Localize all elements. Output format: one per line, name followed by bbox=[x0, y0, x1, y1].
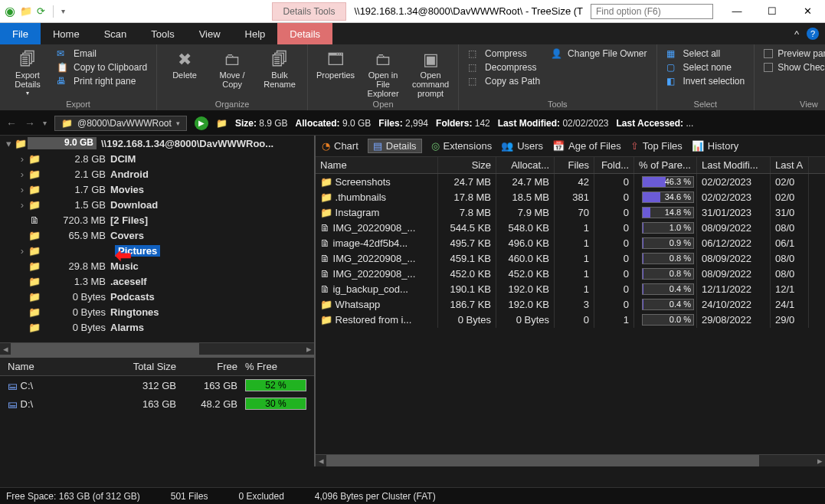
compress-button[interactable]: ⬚Compress bbox=[465, 47, 543, 60]
show-checkboxes-check[interactable]: Show Checkboxes bbox=[761, 61, 825, 74]
col-modified[interactable]: Last Modifi... bbox=[697, 157, 771, 173]
copy-clipboard-button[interactable]: 📋Copy to Clipboard bbox=[54, 61, 150, 74]
menu-tools[interactable]: Tools bbox=[139, 23, 186, 44]
col-size[interactable]: Size bbox=[438, 157, 496, 173]
qat-dropdown-icon[interactable]: ▾ bbox=[61, 7, 65, 15]
tab-age[interactable]: 📅Age of Files bbox=[552, 140, 621, 152]
pct-bar: 0.4 % bbox=[642, 283, 694, 295]
drv-hdr-name[interactable]: Name bbox=[0, 361, 115, 372]
tree-item[interactable]: 📁0 BytesPodcasts bbox=[0, 289, 314, 304]
drv-hdr-total[interactable]: Total Size bbox=[115, 361, 184, 372]
expand-icon[interactable]: › bbox=[17, 199, 28, 211]
tab-chart[interactable]: ◔Chart bbox=[322, 140, 358, 152]
select-all-button[interactable]: ▦Select all bbox=[663, 47, 748, 60]
col-alloc[interactable]: Allocat... bbox=[496, 157, 555, 173]
grid-row[interactable]: 🗎 ig_backup_cod...190.1 KB192.0 KB100.4 … bbox=[316, 281, 825, 296]
col-pct[interactable]: % of Pare... bbox=[634, 157, 697, 173]
tree-root[interactable]: ▾ 📁 9.0 GB \\192.168.1.34@8000\DavWWWRoo… bbox=[0, 136, 314, 151]
grid-row[interactable]: 📁 Whatsapp186.7 KB192.0 KB300.4 %24/10/2… bbox=[316, 296, 825, 312]
collapse-icon[interactable]: ▾ bbox=[3, 138, 14, 149]
drv-hdr-free[interactable]: Free bbox=[184, 361, 245, 372]
tree-item[interactable]: 📁0 BytesRingtones bbox=[0, 304, 314, 319]
menu-view[interactable]: View bbox=[187, 23, 233, 44]
properties-button[interactable]: 🗔Properties bbox=[314, 47, 357, 98]
decompress-button[interactable]: ⬚Decompress bbox=[465, 61, 543, 74]
file-icon: 🗎 bbox=[320, 268, 330, 280]
col-files[interactable]: Files bbox=[555, 157, 594, 173]
nav-back-icon[interactable]: ← bbox=[6, 117, 17, 129]
menu-scan[interactable]: Scan bbox=[92, 23, 139, 44]
tab-details[interactable]: ▤Details bbox=[368, 139, 422, 153]
tab-top[interactable]: ⇧Top Files bbox=[630, 140, 683, 152]
drv-hdr-pct[interactable]: % Free bbox=[245, 361, 306, 372]
change-owner-button[interactable]: 👤Change File Owner bbox=[548, 47, 650, 60]
expand-icon[interactable]: › bbox=[17, 184, 28, 195]
menu-details[interactable]: Details bbox=[277, 23, 332, 44]
tree-item[interactable]: 📁29.8 MBMusic bbox=[0, 258, 314, 273]
grid-row[interactable]: 📁 .thumbnails17.8 MB18.5 MB381034.6 %02/… bbox=[316, 189, 825, 205]
window-close-button[interactable]: ✕ bbox=[790, 0, 825, 23]
col-name[interactable]: Name bbox=[316, 157, 438, 173]
export-details-button[interactable]: 🗐 Export Details▾ bbox=[6, 47, 49, 98]
col-accessed[interactable]: Last A bbox=[771, 157, 809, 173]
grid-row[interactable]: 🗎 IMG_20220908_...459.1 KB460.0 KB100.8 … bbox=[316, 250, 825, 266]
invert-selection-button[interactable]: ◧Invert selection bbox=[663, 75, 748, 87]
window-minimize-button[interactable]: — bbox=[719, 0, 755, 23]
move-copy-button[interactable]: 🗀Move / Copy bbox=[211, 47, 254, 98]
grid-h-scrollbar[interactable]: ◂ ▸ bbox=[316, 454, 825, 466]
tree-item[interactable]: ›📁1.7 GBMovies bbox=[0, 182, 314, 197]
nav-history-icon[interactable]: ▾ bbox=[43, 119, 47, 127]
folder-icon: 📁 bbox=[28, 322, 41, 333]
col-folders[interactable]: Fold... bbox=[594, 157, 634, 173]
email-button[interactable]: ✉Email bbox=[54, 47, 150, 60]
expand-icon[interactable]: › bbox=[17, 245, 28, 257]
open-cmd-button[interactable]: ▣Open command prompt bbox=[409, 47, 452, 98]
properties-icon: 🗔 bbox=[327, 51, 344, 69]
select-none-button[interactable]: ▢Select none bbox=[663, 61, 748, 74]
preview-pane-check[interactable]: Preview pane bbox=[761, 47, 825, 60]
tree-item[interactable]: ›📁Pictures bbox=[0, 243, 314, 258]
drive-row[interactable]: 🖴 D:\163 GB48.2 GB30 % bbox=[0, 394, 314, 413]
tab-history[interactable]: 📊History bbox=[692, 140, 738, 152]
tree-item[interactable]: 📁1.3 MB.aceself bbox=[0, 273, 314, 289]
grid-row[interactable]: 📁 Instagram7.8 MB7.9 MB70014.8 %31/01/20… bbox=[316, 205, 825, 220]
tree-item[interactable]: ›📁1.5 GBDownload bbox=[0, 197, 314, 212]
grid-row[interactable]: 🗎 image-42df5b4...495.7 KB496.0 KB100.9 … bbox=[316, 235, 825, 250]
collapse-ribbon-icon[interactable]: ^ bbox=[794, 28, 799, 40]
tree-item[interactable]: 📁65.9 MBCovers bbox=[0, 227, 314, 243]
window-maximize-button[interactable]: ☐ bbox=[755, 0, 790, 23]
expand-icon[interactable]: › bbox=[17, 153, 28, 165]
scan-button[interactable]: ▶ bbox=[195, 116, 208, 130]
tree-item[interactable]: ›📁2.8 GBDCIM bbox=[0, 151, 314, 166]
tab-users[interactable]: 👥Users bbox=[501, 140, 543, 152]
path-input[interactable]: 📁 @8000\DavWWWRoot ▾ bbox=[54, 116, 187, 131]
open-explorer-button[interactable]: 🗀Open in File Explorer bbox=[362, 47, 404, 98]
tab-extensions[interactable]: ◎Extensions bbox=[431, 140, 493, 152]
menu-file[interactable]: File bbox=[0, 23, 41, 44]
qat-open-icon[interactable]: 📁 bbox=[20, 5, 32, 17]
drive-row[interactable]: 🖴 C:\312 GB163 GB52 % bbox=[0, 376, 314, 394]
details-grid[interactable]: Name Size Allocat... Files Fold... % of … bbox=[316, 157, 825, 454]
tree-h-scrollbar[interactable]: ◂ ▸ bbox=[0, 342, 314, 355]
delete-button[interactable]: ✖Delete bbox=[163, 47, 206, 98]
grid-row[interactable]: 🗎 IMG_20220908_...544.5 KB548.0 KB101.0 … bbox=[316, 220, 825, 235]
tree-item[interactable]: ›📁2.1 GBAndroid bbox=[0, 166, 314, 182]
folder-tree[interactable]: ▾ 📁 9.0 GB \\192.168.1.34@8000\DavWWWRoo… bbox=[0, 136, 314, 342]
help-icon[interactable]: ? bbox=[807, 28, 819, 40]
grid-row[interactable]: 📁 Screenshots24.7 MB24.7 MB42046.3 %02/0… bbox=[316, 174, 825, 189]
nav-fwd-icon[interactable]: → bbox=[25, 117, 35, 129]
menu-home[interactable]: Home bbox=[41, 23, 92, 44]
history-icon: 📊 bbox=[692, 140, 704, 152]
print-pane-button[interactable]: 🖶Print right pane bbox=[54, 75, 150, 87]
copy-path-button[interactable]: ⬚Copy as Path bbox=[465, 75, 543, 87]
bulk-rename-button[interactable]: 🗐Bulk Rename bbox=[258, 47, 301, 98]
grid-row[interactable]: 📁 Restored from i...0 Bytes0 Bytes010.0 … bbox=[316, 312, 825, 327]
qat-refresh-icon[interactable]: ⟳ bbox=[37, 5, 45, 17]
tree-item[interactable]: 🗎720.3 MB[2 Files] bbox=[0, 212, 314, 227]
find-option-input[interactable] bbox=[591, 4, 713, 19]
expand-icon[interactable]: › bbox=[17, 169, 28, 180]
tree-label: [2 Files] bbox=[110, 214, 148, 226]
grid-row[interactable]: 🗎 IMG_20220908_...452.0 KB452.0 KB100.8 … bbox=[316, 266, 825, 281]
menu-help[interactable]: Help bbox=[233, 23, 278, 44]
tree-item[interactable]: 📁0 BytesAlarms bbox=[0, 319, 314, 335]
